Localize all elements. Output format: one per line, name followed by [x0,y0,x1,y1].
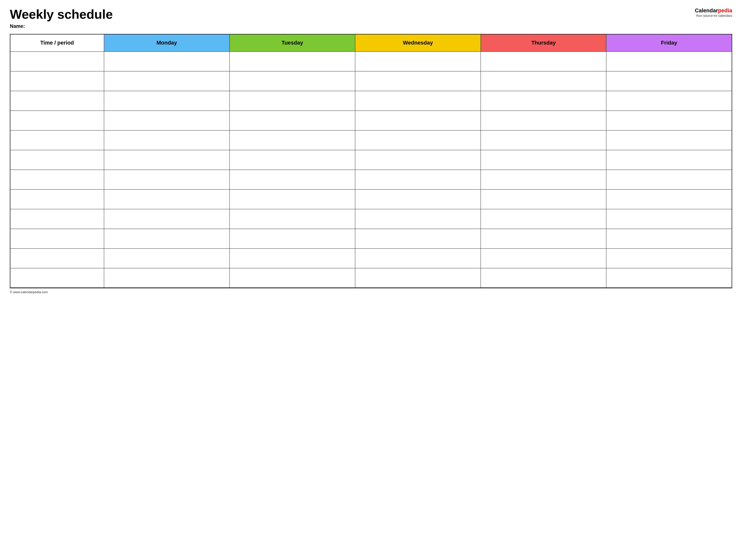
cell-row4-col1[interactable] [104,130,229,150]
col-header-thursday: Thursday [481,34,606,51]
logo-pedia: pedia [718,7,732,13]
cell-row3-col5[interactable] [606,111,732,130]
cell-row11-col3[interactable] [355,268,481,288]
cell-row1-col2[interactable] [229,71,355,91]
cell-row4-col4[interactable] [481,130,606,150]
name-label: Name: [10,23,113,29]
cell-row2-col4[interactable] [481,91,606,111]
cell-row11-col4[interactable] [481,268,606,288]
cell-row10-col2[interactable] [229,248,355,268]
cell-row1-col3[interactable] [355,71,481,91]
table-row [10,170,732,189]
cell-row6-col2[interactable] [229,170,355,189]
cell-row7-col0[interactable] [10,189,104,209]
cell-row4-col0[interactable] [10,130,104,150]
cell-row0-col4[interactable] [481,51,606,71]
cell-row5-col1[interactable] [104,150,229,170]
col-header-wednesday: Wednesday [355,34,481,51]
table-row [10,130,732,150]
cell-row6-col1[interactable] [104,170,229,189]
cell-row0-col3[interactable] [355,51,481,71]
cell-row5-col2[interactable] [229,150,355,170]
col-header-monday: Monday [104,34,229,51]
cell-row2-col2[interactable] [229,91,355,111]
footer: © www.calendarpedia.com [10,290,732,294]
cell-row9-col3[interactable] [355,229,481,248]
cell-row1-col0[interactable] [10,71,104,91]
logo-calendar: Calendar [695,7,718,13]
cell-row10-col5[interactable] [606,248,732,268]
cell-row10-col3[interactable] [355,248,481,268]
cell-row9-col5[interactable] [606,229,732,248]
cell-row7-col1[interactable] [104,189,229,209]
cell-row4-col2[interactable] [229,130,355,150]
cell-row7-col3[interactable] [355,189,481,209]
table-row [10,189,732,209]
cell-row3-col1[interactable] [104,111,229,130]
cell-row9-col4[interactable] [481,229,606,248]
cell-row8-col3[interactable] [355,209,481,229]
cell-row7-col4[interactable] [481,189,606,209]
page-header: Weekly schedule Name: Calendarpedia Your… [10,7,732,29]
cell-row6-col5[interactable] [606,170,732,189]
cell-row1-col5[interactable] [606,71,732,91]
cell-row9-col0[interactable] [10,229,104,248]
cell-row8-col4[interactable] [481,209,606,229]
cell-row8-col5[interactable] [606,209,732,229]
cell-row1-col4[interactable] [481,71,606,91]
cell-row1-col1[interactable] [104,71,229,91]
table-row [10,51,732,71]
cell-row3-col4[interactable] [481,111,606,130]
col-header-time: Time / period [10,34,104,51]
cell-row0-col1[interactable] [104,51,229,71]
footer-divider [10,288,732,288]
table-row [10,91,732,111]
cell-row3-col3[interactable] [355,111,481,130]
cell-row9-col1[interactable] [104,229,229,248]
cell-row11-col2[interactable] [229,268,355,288]
cell-row6-col3[interactable] [355,170,481,189]
table-row [10,248,732,268]
page-title: Weekly schedule [10,7,113,21]
cell-row7-col5[interactable] [606,189,732,209]
table-row [10,229,732,248]
cell-row11-col5[interactable] [606,268,732,288]
table-header-row: Time / period Monday Tuesday Wednesday T… [10,34,732,51]
cell-row9-col2[interactable] [229,229,355,248]
title-section: Weekly schedule Name: [10,7,113,29]
cell-row2-col1[interactable] [104,91,229,111]
cell-row0-col5[interactable] [606,51,732,71]
cell-row2-col3[interactable] [355,91,481,111]
logo-tagline: Your source for calendars [696,14,732,17]
col-header-friday: Friday [606,34,732,51]
cell-row2-col5[interactable] [606,91,732,111]
cell-row10-col4[interactable] [481,248,606,268]
logo-text: Calendarpedia [695,7,732,14]
cell-row10-col1[interactable] [104,248,229,268]
cell-row8-col0[interactable] [10,209,104,229]
cell-row4-col5[interactable] [606,130,732,150]
table-row [10,71,732,91]
table-row [10,268,732,288]
cell-row0-col0[interactable] [10,51,104,71]
table-row [10,209,732,229]
cell-row0-col2[interactable] [229,51,355,71]
cell-row11-col0[interactable] [10,268,104,288]
table-row [10,111,732,130]
cell-row5-col0[interactable] [10,150,104,170]
table-body [10,51,732,288]
cell-row5-col4[interactable] [481,150,606,170]
cell-row11-col1[interactable] [104,268,229,288]
cell-row2-col0[interactable] [10,91,104,111]
cell-row5-col3[interactable] [355,150,481,170]
cell-row3-col2[interactable] [229,111,355,130]
cell-row8-col1[interactable] [104,209,229,229]
cell-row10-col0[interactable] [10,248,104,268]
cell-row5-col5[interactable] [606,150,732,170]
cell-row4-col3[interactable] [355,130,481,150]
cell-row7-col2[interactable] [229,189,355,209]
cell-row6-col0[interactable] [10,170,104,189]
cell-row3-col0[interactable] [10,111,104,130]
cell-row6-col4[interactable] [481,170,606,189]
cell-row8-col2[interactable] [229,209,355,229]
